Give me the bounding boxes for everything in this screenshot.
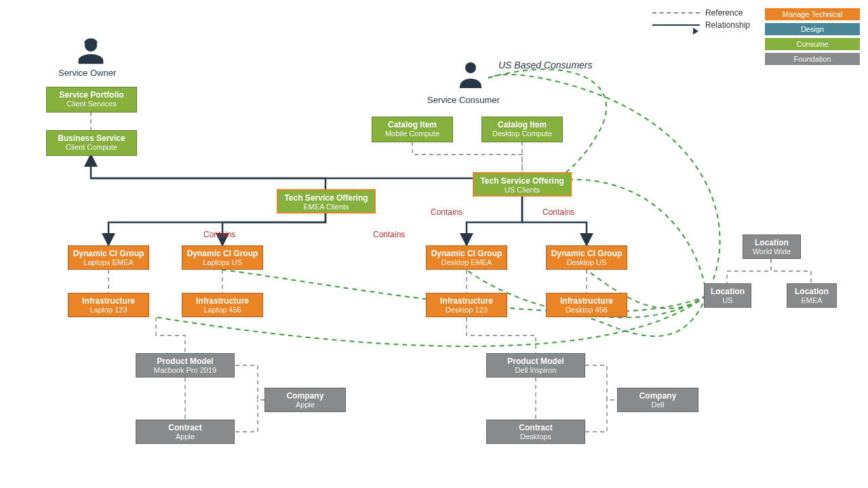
box-infra-desktop123: InfrastructureDesktop 123 [426,293,507,317]
svg-point-0 [465,62,476,73]
box-catalog-desktop: Catalog ItemDesktop Compute [481,117,563,142]
label-contains-3: Contains [431,207,462,217]
box-dcg-laptops-emea: Dynamic CI GroupLaptops EMEA [68,245,149,270]
connectors [0,0,868,488]
box-location-world: LocationWorld Wide [743,235,801,259]
legend: Reference Relationship Manage Technical … [652,5,860,68]
service-consumer-label: Service Consumer [427,95,500,105]
box-product-model-macbook: Product ModelMacbook Pro 2019 [136,353,235,378]
legend-relationship: Relationship [705,20,750,30]
box-dcg-desktop-emea: Dynamic CI GroupDesktop EMEA [426,245,507,270]
box-tso-emea: Tech Service OfferingEMEA Clients [277,189,376,214]
legend-line-dashed [652,12,700,14]
legend-swatch-design: Design [765,23,860,35]
service-owner-icon [76,37,106,69]
service-owner-label: Service Owner [58,68,116,78]
box-infra-laptop456: InfrastructureLaptop 456 [182,293,263,317]
box-catalog-mobile: Catalog ItemMobile Compute [372,117,453,142]
legend-reference: Reference [705,8,743,18]
label-contains-2: Contains [373,230,405,239]
legend-swatch-manage-technical: Manage Technical [765,8,860,20]
legend-swatch-consume: Consume [765,38,860,50]
box-dcg-laptops-us: Dynamic CI GroupLaptops US [182,245,263,270]
box-contract-desktops: ContractDesktops [486,420,585,444]
annotation-us-based: US Based Consumers [498,60,593,70]
box-product-model-dell: Product ModelDell Inspiron [486,353,585,378]
box-location-emea: LocationEMEA [787,283,837,308]
service-consumer-icon [454,58,487,94]
box-service-portfolio: Service PortfolioClient Services [46,87,137,113]
box-location-us: LocationUS [704,283,751,308]
box-business-service: Business ServiceClient Compute [46,130,137,156]
box-company-apple: CompanyApple [264,388,346,412]
box-tso-us: Tech Service OfferingUS Clients [473,172,572,197]
box-dcg-desktop-us: Dynamic CI GroupDesktop US [546,245,627,270]
legend-swatch-foundation: Foundation [765,53,860,65]
diagram-stage: { "actors": { "owner_label": "Service Ow… [0,0,868,488]
box-infra-laptop123: InfrastructureLaptop 123 [68,293,149,317]
box-contract-apple: ContractApple [136,420,235,444]
box-company-dell: CompanyDell [617,388,698,412]
box-infra-desktop456: InfrastructureDesktop 456 [546,293,627,317]
label-contains-1: Contains [203,230,235,239]
label-contains-4: Contains [542,207,574,217]
legend-line-arrow [652,24,700,26]
